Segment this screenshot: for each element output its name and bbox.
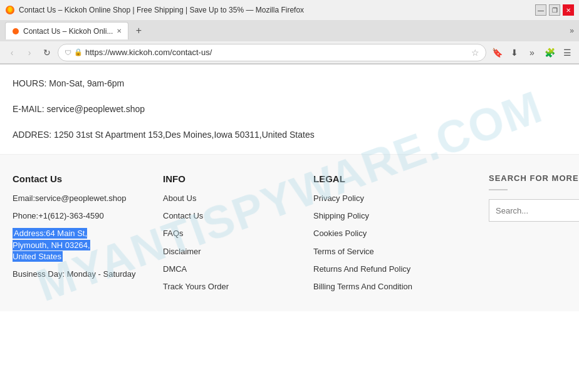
contact-email-link[interactable]: Email:service@peoplewet.shop xyxy=(13,193,150,204)
footer-search-column: SEARCH FOR MORE 🔍 xyxy=(489,173,579,299)
legal-link-terms[interactable]: Terms of Service xyxy=(313,246,476,257)
contact-address: Address:64 Main St, Plymouth, NH 03264, … xyxy=(13,228,150,262)
restore-button[interactable]: ❐ xyxy=(549,4,560,16)
legal-link-cookies[interactable]: Cookies Policy xyxy=(313,228,476,239)
contact-info: HOURS: Mon-Sat, 9am-6pm E-MAIL: service@… xyxy=(13,77,566,142)
contact-heading: Contact Us xyxy=(13,173,150,184)
tab-bar: Contact Us – Kickoh Onli... ✕ + » xyxy=(0,20,579,41)
address-highlighted: Address:64 Main St, Plymouth, NH 03264, … xyxy=(13,228,90,261)
title-bar: Contact Us – Kickoh Online Shop | Free S… xyxy=(0,0,579,20)
download-icon[interactable]: ⬇ xyxy=(508,46,521,59)
lock-icon: 🔒 xyxy=(74,48,83,56)
page-content: HOURS: Mon-Sat, 9am-6pm E-MAIL: service@… xyxy=(0,64,579,142)
browser-chrome: Contact Us – Kickoh Online Shop | Free S… xyxy=(0,0,579,64)
footer-info-column: INFO About Us Contact Us FAQs Disclaimer… xyxy=(163,173,301,299)
footer-contact-column: Contact Us Email:service@peoplewet.shop … xyxy=(13,173,150,299)
shield-icon: 🛡 xyxy=(65,49,71,56)
tab-expand-button[interactable]: » xyxy=(570,26,574,35)
info-link-disclaimer[interactable]: Disclaimer xyxy=(163,246,301,257)
contact-phone: Phone:+1(612)-363-4590 xyxy=(13,210,150,222)
footer-legal-column: LEGAL Privacy Policy Shipping Policy Coo… xyxy=(313,173,476,299)
info-link-faqs[interactable]: FAQs xyxy=(163,228,301,239)
close-tab-icon[interactable]: ✕ xyxy=(117,28,122,34)
minimize-button[interactable]: — xyxy=(535,4,546,16)
legal-link-shipping[interactable]: Shipping Policy xyxy=(313,210,476,222)
back-button[interactable]: ‹ xyxy=(5,46,19,59)
bookmark-star-icon[interactable]: ☆ xyxy=(471,48,479,58)
forward-button[interactable]: › xyxy=(23,46,36,59)
new-tab-button[interactable]: + xyxy=(131,23,146,38)
search-divider xyxy=(489,189,508,190)
search-heading: SEARCH FOR MORE xyxy=(489,173,579,183)
active-tab[interactable]: Contact Us – Kickoh Onli... ✕ xyxy=(5,22,128,39)
legal-link-billing[interactable]: Billing Terms And Condition xyxy=(313,281,476,292)
info-link-about[interactable]: About Us xyxy=(163,193,301,204)
legal-heading: LEGAL xyxy=(313,173,476,184)
pocket-icon[interactable]: 🔖 xyxy=(490,46,504,59)
footer-grid: Contact Us Email:service@peoplewet.shop … xyxy=(13,173,566,299)
more-tools-button[interactable]: » xyxy=(525,46,539,59)
address-text: ADDRES: 1250 31st St Apartment 153,Des M… xyxy=(13,128,566,142)
menu-button[interactable]: ☰ xyxy=(560,46,574,59)
search-box: 🔍 xyxy=(489,199,579,222)
business-days: Business Day: Monday - Saturday xyxy=(13,269,150,280)
info-link-track[interactable]: Track Yours Order xyxy=(163,281,301,292)
tab-favicon xyxy=(12,28,19,35)
url-text: https://www.kickoh.com/contact-us/ xyxy=(85,48,469,57)
legal-link-returns[interactable]: Returns And Refund Policy xyxy=(313,264,476,275)
title-bar-left: Contact Us – Kickoh Online Shop | Free S… xyxy=(5,5,304,15)
info-link-contact[interactable]: Contact Us xyxy=(163,210,301,222)
browser-title: Contact Us – Kickoh Online Shop | Free S… xyxy=(19,6,304,14)
search-input[interactable] xyxy=(489,200,579,221)
firefox-icon xyxy=(5,5,15,15)
email-text: E-MAIL: service@peoplewet.shop xyxy=(13,103,566,116)
svg-point-1 xyxy=(13,28,19,34)
window-controls: — ❐ ✕ xyxy=(535,4,574,16)
toolbar-icons: 🔖 ⬇ » 🧩 ☰ xyxy=(490,46,574,59)
legal-link-privacy[interactable]: Privacy Policy xyxy=(313,193,476,204)
tab-label: Contact Us – Kickoh Onli... xyxy=(23,27,113,36)
address-bar: ‹ › ↻ 🛡 🔒 https://www.kickoh.com/contact… xyxy=(0,41,579,64)
hours-text: HOURS: Mon-Sat, 9am-6pm xyxy=(13,77,566,90)
footer: Contact Us Email:service@peoplewet.shop … xyxy=(0,154,579,311)
refresh-button[interactable]: ↻ xyxy=(40,46,54,59)
close-button[interactable]: ✕ xyxy=(563,4,574,16)
info-link-dmca[interactable]: DMCA xyxy=(163,264,301,275)
extensions-icon[interactable]: 🧩 xyxy=(543,46,556,59)
info-heading: INFO xyxy=(163,173,301,184)
url-bar[interactable]: 🛡 🔒 https://www.kickoh.com/contact-us/ ☆ xyxy=(58,44,486,61)
